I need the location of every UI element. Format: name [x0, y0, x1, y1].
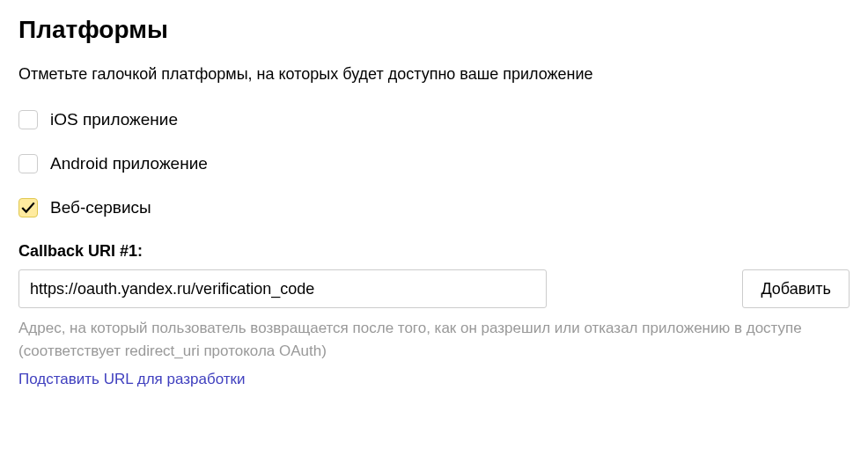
- callback-input-row: Добавить: [18, 269, 850, 308]
- checkbox-web[interactable]: [18, 198, 38, 217]
- check-icon: [20, 200, 36, 216]
- checkbox-ios[interactable]: [18, 110, 38, 129]
- platform-row-ios: iOS приложение: [18, 110, 850, 129]
- add-button[interactable]: Добавить: [742, 269, 850, 308]
- checkbox-label-android[interactable]: Android приложение: [50, 154, 208, 173]
- page-heading: Платформы: [18, 16, 850, 44]
- checkbox-label-ios[interactable]: iOS приложение: [50, 110, 178, 129]
- callback-help-text: Адрес, на который пользователь возвращае…: [18, 317, 850, 362]
- checkbox-android[interactable]: [18, 154, 38, 173]
- callback-label: Callback URI #1:: [18, 242, 850, 261]
- dev-url-link[interactable]: Подставить URL для разработки: [18, 371, 850, 388]
- platform-row-web: Веб-сервисы: [18, 198, 850, 217]
- checkbox-label-web[interactable]: Веб-сервисы: [50, 198, 151, 217]
- page-subtext: Отметьте галочкой платформы, на которых …: [18, 65, 850, 84]
- callback-uri-input[interactable]: [18, 269, 547, 308]
- platform-row-android: Android приложение: [18, 154, 850, 173]
